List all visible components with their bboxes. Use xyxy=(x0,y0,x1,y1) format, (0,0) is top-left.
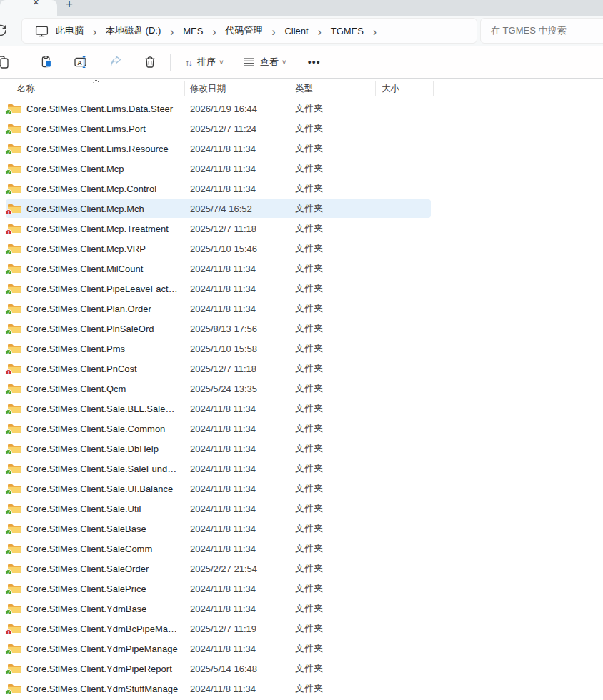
folder-name: Core.StlMes.Client.YdmPipeReport xyxy=(26,664,176,674)
breadcrumb-item[interactable]: Client xyxy=(280,24,312,39)
column-header-size[interactable]: 大小 xyxy=(375,83,433,95)
chevron-right-icon: › xyxy=(165,24,179,38)
copy-icon xyxy=(0,55,10,69)
table-row[interactable]: ✓ Core.StlMes.Client.Qcm 2025/5/24 13:35… xyxy=(0,379,603,399)
table-row[interactable]: ✓ Core.StlMes.Client.YdmBase 2024/11/8 1… xyxy=(0,599,603,619)
table-row[interactable]: ✓ Core.StlMes.Client.Sale.SaleFundMgt 20… xyxy=(0,459,603,479)
folder-icon: ✓ xyxy=(7,463,21,474)
row-type-cell: 文件夹 xyxy=(289,262,375,275)
table-row[interactable]: ✓ Core.StlMes.Client.Lims.Resource 2024/… xyxy=(0,139,603,159)
delete-button[interactable] xyxy=(137,50,163,74)
row-type-cell: 文件夹 xyxy=(289,662,375,675)
sort-label: 排序 xyxy=(197,56,216,69)
overlay-badge-icon: ✓ xyxy=(5,349,12,354)
row-type-cell: 文件夹 xyxy=(289,162,375,175)
table-row[interactable]: ✓ Core.StlMes.Client.Mcp.Control 2024/11… xyxy=(0,179,603,199)
row-type-cell: 文件夹 xyxy=(289,382,375,395)
search-box[interactable]: 在 TGMES 中搜索 xyxy=(480,18,603,44)
row-type-cell: 文件夹 xyxy=(289,302,375,315)
refresh-icon[interactable] xyxy=(0,22,9,38)
search-placeholder: 在 TGMES 中搜索 xyxy=(491,24,566,37)
breadcrumb-item[interactable]: 代码管理 xyxy=(221,22,266,39)
sort-button[interactable]: ↑↓ 排序 ˅ xyxy=(179,50,229,74)
computer-monitor-icon[interactable] xyxy=(35,25,49,37)
overlay-badge-icon: ✓ xyxy=(5,469,12,474)
row-date-cell: 2025/1/10 15:46 xyxy=(184,244,289,254)
table-row[interactable]: ✓ Core.StlMes.Client.YdmPipeReport 2025/… xyxy=(0,659,603,679)
rename-button[interactable]: A xyxy=(69,50,94,74)
row-type-cell: 文件夹 xyxy=(289,222,375,235)
new-tab-icon[interactable]: + xyxy=(66,0,73,11)
table-row[interactable]: ✓ Core.StlMes.Client.YdmPipeManage 2024/… xyxy=(0,639,603,659)
breadcrumb-item[interactable]: TGMES xyxy=(327,24,368,39)
table-row[interactable]: ✓ Core.StlMes.Client.SaleBase 2024/11/8 … xyxy=(0,519,603,539)
table-row[interactable]: ✓ Core.StlMes.Client.YdmStuffManage 2024… xyxy=(0,679,603,699)
folder-icon: ✓ xyxy=(7,543,21,554)
row-name-cell: ✓ Core.StlMes.Client.PlnSaleOrd xyxy=(0,323,184,334)
overlay-badge-icon: ! xyxy=(5,629,12,634)
column-divider[interactable] xyxy=(184,81,185,96)
row-name-cell: ✓ Core.StlMes.Client.PipeLeaveFactory xyxy=(0,283,184,294)
explorer-tab[interactable] xyxy=(0,0,57,16)
folder-icon: ✓ xyxy=(7,163,21,174)
column-divider[interactable] xyxy=(289,81,289,96)
column-header-date[interactable]: 修改日期 xyxy=(184,83,289,95)
table-row[interactable]: ✓ Core.StlMes.Client.Plan.Order 2024/11/… xyxy=(0,299,603,319)
breadcrumb-item[interactable]: 此电脑 xyxy=(51,22,88,39)
table-row[interactable]: ✓ Core.StlMes.Client.Mcp 2024/11/8 11:34… xyxy=(0,159,603,179)
table-row[interactable]: ✓ Core.StlMes.Client.MilCount 2024/11/8 … xyxy=(0,259,603,279)
breadcrumb-item[interactable]: 本地磁盘 (D:) xyxy=(101,22,165,39)
table-row[interactable]: ✓ Core.StlMes.Client.Sale.UI.Balance 202… xyxy=(0,479,603,499)
row-name-cell: ✓ Core.StlMes.Client.Mcp.VRP xyxy=(0,243,184,254)
overlay-badge-icon: ! xyxy=(5,369,12,374)
view-button[interactable]: 查看 ˅ xyxy=(236,50,292,74)
table-row[interactable]: ✓ Core.StlMes.Client.Mcp.VRP 2025/1/10 1… xyxy=(0,239,603,259)
folder-icon: ✓ xyxy=(7,503,21,514)
delete-icon xyxy=(144,55,156,69)
paste-button[interactable] xyxy=(34,50,60,74)
folder-name: Core.StlMes.Client.YdmPipeManage xyxy=(26,644,182,654)
table-row[interactable]: ✓ Core.StlMes.Client.SalePrice 2024/11/8… xyxy=(0,579,603,599)
table-row[interactable]: ✓ Core.StlMes.Client.Sale.BLL.SaleBusin.… xyxy=(0,399,603,419)
breadcrumb-item[interactable]: MES xyxy=(179,24,207,39)
folder-icon: ✓ xyxy=(7,303,21,314)
row-date-cell: 2025/1/10 15:58 xyxy=(184,344,289,354)
overlay-badge-icon: ✓ xyxy=(5,389,12,394)
row-name-cell: ✓ Core.StlMes.Client.YdmPipeManage xyxy=(0,643,184,654)
table-row[interactable]: ✓ Core.StlMes.Client.Sale.Common 2024/11… xyxy=(0,419,603,439)
overlay-badge-icon: ✓ xyxy=(5,549,12,554)
table-row[interactable]: ! Core.StlMes.Client.PnCost 2025/12/7 11… xyxy=(0,359,603,379)
column-divider[interactable] xyxy=(375,81,376,96)
table-row[interactable]: ! Core.StlMes.Client.Mcp.Treatment 2025/… xyxy=(0,219,603,239)
table-row[interactable]: ✓ Core.StlMes.Client.PipeLeaveFactory 20… xyxy=(0,279,603,299)
table-row[interactable]: ✓ Core.StlMes.Client.Lims.Port 2025/12/7… xyxy=(0,119,603,139)
table-row[interactable]: ✓ Core.StlMes.Client.SaleOrder 2025/2/27… xyxy=(0,559,603,579)
table-row[interactable]: ✓ Core.StlMes.Client.Sale.Util 2024/11/8… xyxy=(0,499,603,519)
row-date-cell: 2024/11/8 11:34 xyxy=(184,404,289,414)
column-header-name[interactable]: 名称 xyxy=(0,83,184,95)
more-options-button[interactable]: ••• xyxy=(302,50,327,74)
folder-name: Core.StlMes.Client.SaleBase xyxy=(26,524,151,534)
table-row[interactable]: ✓ Core.StlMes.Client.Sale.DbHelp 2024/11… xyxy=(0,439,603,459)
table-row[interactable]: ✓ Core.StlMes.Client.SaleComm 2024/11/8 … xyxy=(0,539,603,559)
row-type-cell: 文件夹 xyxy=(289,282,375,295)
overlay-badge-icon: ✓ xyxy=(5,189,12,194)
table-row[interactable]: ! Core.StlMes.Client.YdmBcPipeManage 202… xyxy=(0,619,603,639)
close-tab-icon[interactable]: × xyxy=(33,0,39,8)
row-date-cell: 2025/12/7 11:18 xyxy=(184,364,289,374)
column-divider[interactable] xyxy=(433,81,434,96)
folder-name: Core.StlMes.Client.Mcp.Control xyxy=(26,184,161,194)
row-type-cell: 文件夹 xyxy=(289,142,375,155)
overlay-badge-icon: ✓ xyxy=(5,449,12,454)
row-type-cell: 文件夹 xyxy=(289,602,375,615)
table-row[interactable]: ✓ Core.StlMes.Client.PlnSaleOrd 2025/8/1… xyxy=(0,319,603,339)
column-header-type[interactable]: 类型 xyxy=(289,83,375,95)
table-row[interactable]: ✓ Core.StlMes.Client.Pms 2025/1/10 15:58… xyxy=(0,339,603,359)
table-row[interactable]: ! Core.StlMes.Client.Mcp.Mch 2025/7/4 16… xyxy=(0,199,603,219)
row-type-cell: 文件夹 xyxy=(289,682,375,695)
row-name-cell: ✓ Core.StlMes.Client.Mcp.Control xyxy=(0,183,184,194)
copy-button[interactable] xyxy=(0,50,16,74)
folder-name: Core.StlMes.Client.PnCost xyxy=(26,364,141,374)
file-list: ✓ Core.StlMes.Client.Lims.Data.Steer 202… xyxy=(0,99,603,699)
table-row[interactable]: ✓ Core.StlMes.Client.Lims.Data.Steer 202… xyxy=(0,99,603,119)
